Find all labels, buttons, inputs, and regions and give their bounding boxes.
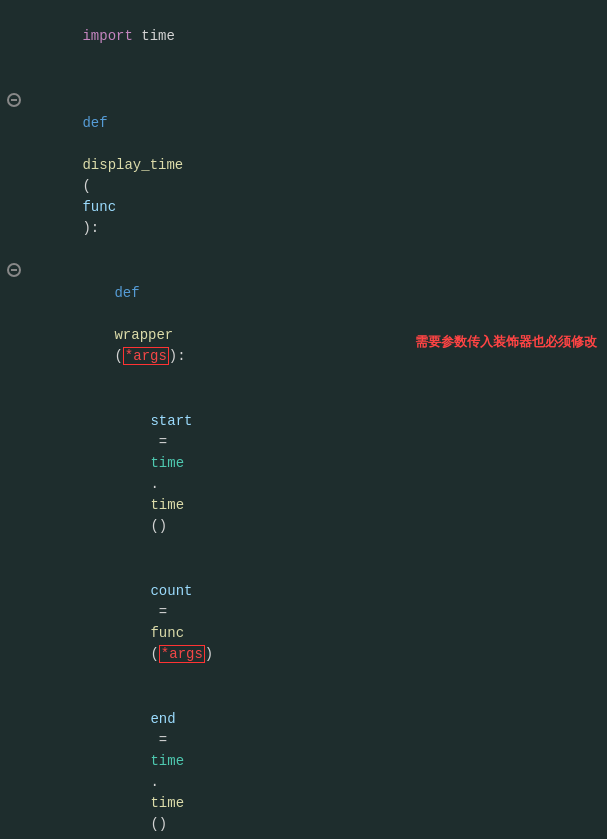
gutter-wrapper xyxy=(0,261,28,277)
code-count-func: count = func (*args) xyxy=(28,559,607,687)
keyword-def-2: def xyxy=(114,285,139,301)
annotation-text: 需要参数传入装饰器也必须修改 xyxy=(415,333,597,351)
code-editor: import time def display_time ( func ): d… xyxy=(0,0,607,839)
func-time-1: time xyxy=(150,497,184,513)
code-content-1: import time xyxy=(28,4,607,69)
line-wrapper: def wrapper (*args): 需要参数传入装饰器也必须修改 xyxy=(0,261,607,389)
code-start: start = time . time () xyxy=(28,389,607,559)
func-time-2: time xyxy=(150,795,184,811)
param-func: func xyxy=(82,199,116,215)
gutter-1 xyxy=(0,4,28,6)
redbox-args-1: *args xyxy=(123,347,169,365)
redbox-args-2: *args xyxy=(159,645,205,663)
code-wrapper: def wrapper (*args): xyxy=(28,261,607,389)
line-empty-1 xyxy=(0,69,607,91)
collapse-icon-wrapper[interactable] xyxy=(7,263,21,277)
gutter-count-func xyxy=(0,559,28,561)
gutter-display-time xyxy=(0,91,28,107)
var-count-1: count xyxy=(150,583,192,599)
keyword-import: import xyxy=(82,28,132,44)
module-time-2: time xyxy=(150,753,184,769)
line-def-display-time: def display_time ( func ): xyxy=(0,91,607,261)
line-1: import time xyxy=(0,4,607,69)
line-start: start = time . time () xyxy=(0,389,607,559)
func-name-display-time: display_time xyxy=(82,157,183,173)
func-call-func: func xyxy=(150,625,184,641)
var-end: end xyxy=(150,711,175,727)
collapse-icon-display-time[interactable] xyxy=(7,93,21,107)
func-name-wrapper: wrapper xyxy=(114,327,173,343)
keyword-def-1: def xyxy=(82,115,107,131)
var-start: start xyxy=(150,413,192,429)
module-time-1: time xyxy=(150,455,184,471)
line-end: end = time . time () xyxy=(0,687,607,839)
code-end: end = time . time () xyxy=(28,687,607,839)
gutter-end xyxy=(0,687,28,689)
line-count-func: count = func (*args) xyxy=(0,559,607,687)
code-display-time: def display_time ( func ): xyxy=(28,91,607,261)
gutter-start xyxy=(0,389,28,391)
